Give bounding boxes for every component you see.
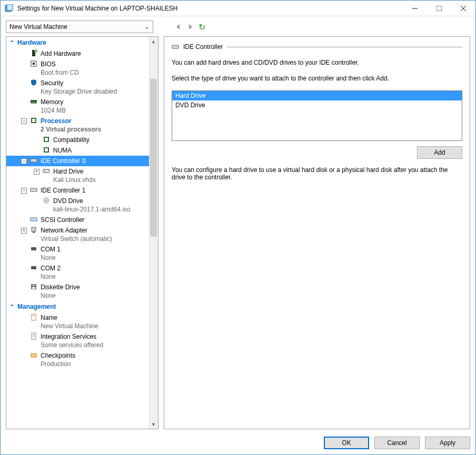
tree-item-com1[interactable]: COM 1None [6, 244, 158, 263]
tree-item-numa[interactable]: NUMA [6, 145, 158, 156]
svg-rect-3 [437, 6, 442, 11]
detail-heading: IDE Controller [172, 43, 462, 50]
svg-rect-28 [31, 247, 36, 250]
tree-item-security[interactable]: SecurityKey Storage Drive disabled [6, 78, 158, 97]
refresh-button[interactable]: ↻ [199, 22, 205, 32]
tree-item-diskette[interactable]: Diskette DriveNone [6, 282, 158, 301]
tree-item-sub: Key Storage Drive disabled [41, 87, 117, 96]
scroll-thumb[interactable] [150, 79, 157, 237]
listbox-item-hard-drive[interactable]: Hard Drive [172, 91, 462, 100]
tree-item-label: NUMA [53, 146, 72, 155]
svg-marker-6 [176, 24, 180, 29]
tree-item-integration-services[interactable]: Integration ServicesSome services offere… [6, 331, 158, 350]
settings-tree[interactable]: ▲ ▼ ⌃ Hardware Add Hardware BIOSBoot f [6, 36, 158, 429]
tree-item-label: COM 2 [41, 264, 61, 272]
scroll-down-icon[interactable]: ▼ [149, 420, 158, 429]
tree-item-label: IDE Controller 0 [41, 157, 85, 165]
chevron-down-icon: ⌄ [144, 23, 150, 31]
svg-point-24 [46, 200, 47, 201]
controller-icon [30, 157, 37, 164]
dialog-footer: OK Cancel Apply [6, 432, 470, 449]
collapse-box-icon[interactable]: − [21, 118, 27, 124]
svg-rect-16 [32, 118, 36, 123]
body: ▲ ▼ ⌃ Hardware Add Hardware BIOSBoot f [6, 36, 470, 429]
tree-item-label: Checkpoints [41, 351, 75, 360]
expand-box-icon[interactable]: + [34, 169, 39, 175]
tree-item-sub: Boot from CD [41, 68, 79, 77]
chip-icon [30, 60, 37, 67]
processor-icon [43, 146, 50, 154]
tree-item-label: Diskette Drive [41, 283, 80, 291]
add-button-label: Add [434, 149, 445, 156]
tree-item-processor[interactable]: − Processor2 Virtual processors [6, 116, 158, 135]
tree-item-label: IDE Controller 1 [41, 186, 85, 195]
close-button[interactable] [451, 1, 475, 16]
svg-rect-14 [31, 100, 37, 103]
drive-type-listbox[interactable]: Hard Drive DVD Drive [172, 90, 462, 141]
vm-selector[interactable]: New Virtual Machine ⌄ [6, 21, 153, 33]
management-section-header[interactable]: ⌃ Management [6, 301, 158, 312]
svg-rect-32 [33, 285, 35, 286]
checkpoints-icon [30, 351, 37, 359]
apply-button[interactable]: Apply [425, 437, 470, 449]
tree-item-sub: Virtual Switch (automatic) [41, 235, 112, 243]
collapse-icon: ⌃ [9, 304, 14, 310]
tree-item-compatibility[interactable]: Compatibility [6, 135, 158, 145]
content-area: New Virtual Machine ⌄ ↻ ▲ ▼ ⌃ Hardware [1, 16, 475, 454]
tree-item-ide-controller-0[interactable]: − IDE Controller 0 [6, 156, 158, 166]
window-controls [403, 1, 475, 16]
tree-item-label: Add Hardware [41, 49, 81, 58]
tree-item-memory[interactable]: Memory1024 MB [6, 97, 158, 116]
expand-box-icon[interactable]: + [21, 228, 27, 234]
tree-item-add-hardware[interactable]: Add Hardware [6, 48, 158, 59]
ok-button-label: OK [342, 439, 351, 447]
minimize-button[interactable] [403, 1, 427, 16]
tree-item-label: COM 1 [41, 245, 61, 254]
serial-port-icon [30, 245, 37, 252]
collapse-box-icon[interactable]: − [21, 188, 27, 194]
forward-button[interactable] [187, 24, 193, 30]
svg-rect-38 [31, 353, 36, 357]
tree-item-checkpoints[interactable]: CheckpointsProduction [6, 350, 158, 369]
tree-item-label: Memory [41, 98, 66, 106]
svg-rect-31 [32, 287, 35, 289]
scrollbar[interactable]: ▲ ▼ [149, 37, 158, 429]
tree-item-name[interactable]: NameNew Virtual Machine [6, 312, 158, 331]
detail-description-2: Select the type of drive you want to att… [172, 75, 462, 82]
ok-button[interactable]: OK [324, 437, 369, 449]
tree-item-sub: None [41, 291, 80, 300]
scroll-up-icon[interactable]: ▲ [149, 37, 158, 46]
tree-item-hard-drive[interactable]: + Hard DriveKali Linux.vhdx [6, 166, 158, 185]
controller-icon [172, 43, 179, 50]
tree-item-com2[interactable]: COM 2None [6, 263, 158, 282]
add-hardware-icon [30, 49, 37, 57]
back-button[interactable] [175, 24, 182, 30]
add-button[interactable]: Add [417, 146, 462, 159]
svg-point-21 [44, 170, 45, 171]
tree-item-ide-controller-1[interactable]: − IDE Controller 1 [6, 185, 158, 196]
cancel-button-label: Cancel [387, 439, 406, 447]
controller-icon [30, 186, 37, 194]
maximize-button[interactable] [427, 1, 451, 16]
tree-item-dvd-drive[interactable]: DVD Drivekali-linux-2017.1-amd64.iso [6, 196, 158, 215]
tree-item-label: SCSI Controller [41, 216, 84, 224]
cancel-button[interactable]: Cancel [374, 437, 420, 449]
hardware-section-header[interactable]: ⌃ Hardware [6, 37, 158, 48]
tree-item-scsi-controller[interactable]: SCSI Controller [6, 215, 158, 225]
svg-rect-25 [31, 218, 37, 221]
tree-item-label: Processor [41, 117, 101, 125]
listbox-item-dvd-drive[interactable]: DVD Drive [172, 100, 462, 110]
tree-item-bios[interactable]: BIOSBoot from CD [6, 59, 158, 78]
svg-rect-18 [44, 148, 48, 152]
toolbar: New Virtual Machine ⌄ ↻ [6, 21, 470, 33]
hardware-section-label: Hardware [17, 39, 46, 46]
svg-rect-19 [31, 159, 37, 162]
tree-item-label: Hard Drive [53, 167, 96, 176]
svg-rect-26 [32, 227, 36, 231]
name-icon [30, 314, 37, 321]
services-icon [30, 332, 37, 340]
collapse-box-icon[interactable]: − [21, 158, 27, 164]
svg-rect-17 [44, 137, 48, 141]
tree-item-network-adapter[interactable]: + Network AdapterVirtual Switch (automat… [6, 225, 158, 244]
nav-buttons: ↻ [175, 22, 205, 32]
